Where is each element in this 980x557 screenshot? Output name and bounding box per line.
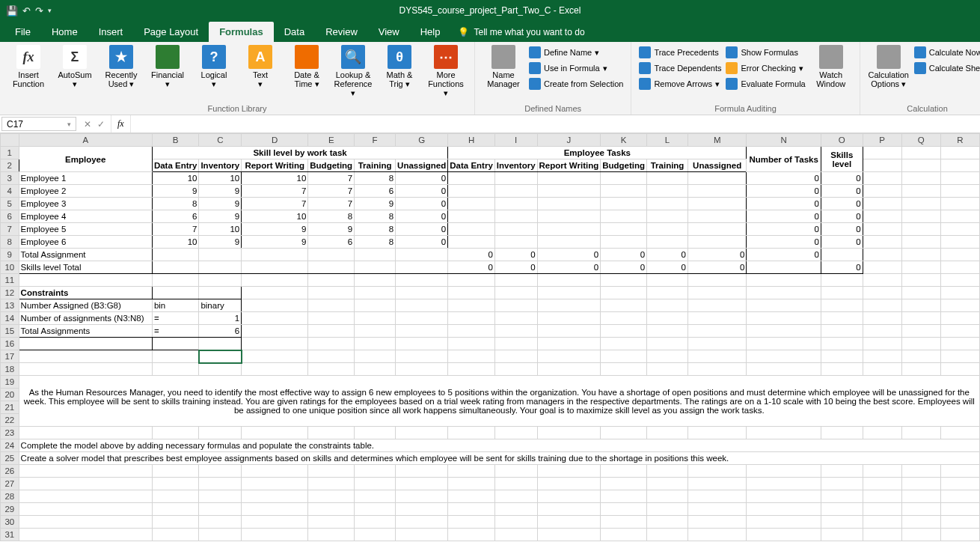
cell-I9[interactable]: 0 — [494, 249, 537, 261]
cell-Q27[interactable] — [901, 478, 940, 490]
cell-J6[interactable] — [537, 210, 601, 223]
cell-N6[interactable]: 0 — [747, 210, 821, 223]
cell-L31[interactable] — [647, 529, 688, 541]
cell-O12[interactable] — [821, 287, 863, 299]
cell-E7[interactable]: 9 — [308, 223, 355, 236]
cell-B9[interactable] — [152, 249, 199, 261]
cell-A27[interactable] — [19, 478, 152, 490]
cell-C2[interactable]: Inventory — [199, 159, 242, 172]
cell-Q29[interactable] — [901, 503, 940, 516]
show-formulas-button[interactable]: Show Formulas — [726, 45, 805, 60]
cell-B13[interactable]: bin — [152, 299, 199, 312]
cell-C12[interactable] — [199, 287, 242, 299]
cell-A29[interactable] — [19, 503, 152, 516]
cell-H23[interactable] — [448, 427, 495, 439]
cell-K30[interactable] — [601, 516, 647, 529]
cell-J3[interactable] — [537, 172, 601, 185]
cell-C7[interactable]: 10 — [199, 223, 242, 236]
row-header[interactable]: 28 — [1, 490, 19, 503]
cell-O1[interactable]: Skills level — [821, 147, 863, 172]
col-header[interactable]: E — [308, 134, 355, 147]
cell-J31[interactable] — [537, 529, 601, 541]
cell-I28[interactable] — [494, 490, 537, 503]
cell-L23[interactable] — [647, 427, 688, 439]
cell-L17[interactable] — [647, 350, 688, 363]
cell-C6[interactable]: 9 — [199, 210, 242, 223]
calculate-sheet-button[interactable]: Calculate Sheet — [914, 61, 980, 76]
cell-D28[interactable] — [242, 490, 308, 503]
recently-used-button[interactable]: ★Recently Used ▾ — [100, 45, 142, 88]
cell-G31[interactable] — [396, 529, 448, 541]
cell-N4[interactable]: 0 — [747, 185, 821, 198]
lookup-ref-button[interactable]: 🔍Lookup & Reference ▾ — [332, 45, 374, 97]
cell-C3[interactable]: 10 — [199, 172, 242, 185]
cell-D9[interactable] — [242, 249, 308, 261]
cell-O17[interactable] — [821, 350, 863, 363]
cell-J17[interactable] — [537, 350, 601, 363]
cell-C31[interactable] — [199, 529, 242, 541]
cell-Q17[interactable] — [901, 350, 940, 363]
cell-O26[interactable] — [821, 465, 863, 478]
tab-file[interactable]: File — [4, 22, 41, 42]
cell-A18[interactable] — [19, 363, 152, 376]
cell-A3[interactable]: Employee 1 — [19, 172, 152, 185]
cell-M11[interactable] — [688, 274, 747, 287]
cell-L16[interactable] — [647, 338, 688, 350]
col-header[interactable]: N — [747, 134, 821, 147]
cell-N27[interactable] — [747, 478, 821, 490]
trace-dependents-button[interactable]: Trace Dependents — [639, 61, 721, 76]
cell-L9[interactable]: 0 — [647, 249, 688, 261]
select-all-corner[interactable] — [1, 134, 19, 147]
cell-B10[interactable] — [152, 261, 199, 274]
cell-K29[interactable] — [601, 503, 647, 516]
cell-K6[interactable] — [601, 210, 647, 223]
cell-A17[interactable] — [19, 350, 152, 363]
cell-B4[interactable]: 9 — [152, 185, 199, 198]
trace-precedents-button[interactable]: Trace Precedents — [639, 45, 721, 60]
row-header[interactable]: 29 — [1, 503, 19, 516]
tab-formulas[interactable]: Formulas — [209, 22, 274, 42]
cell-M2[interactable]: Unassigned — [688, 159, 747, 172]
cell-Q18[interactable] — [901, 363, 940, 376]
col-header[interactable]: H — [448, 134, 495, 147]
cell-L12[interactable] — [647, 287, 688, 299]
cell-H28[interactable] — [448, 490, 495, 503]
cell-C13[interactable]: binary — [199, 299, 242, 312]
cell-D8[interactable]: 9 — [242, 236, 308, 249]
row-header[interactable]: 5 — [1, 198, 19, 210]
cell-Q28[interactable] — [901, 490, 940, 503]
cell-M9[interactable]: 0 — [688, 249, 747, 261]
cell-J14[interactable] — [537, 312, 601, 325]
cell-R4[interactable] — [940, 185, 979, 198]
cell-K12[interactable] — [601, 287, 647, 299]
cell-D12[interactable] — [242, 287, 308, 299]
tab-view[interactable]: View — [368, 22, 410, 42]
cell-G27[interactable] — [396, 478, 448, 490]
cell-N13[interactable] — [747, 299, 821, 312]
cell-J27[interactable] — [537, 478, 601, 490]
cell-E3[interactable]: 7 — [308, 172, 355, 185]
create-from-selection-button[interactable]: Create from Selection — [529, 76, 623, 91]
cell-L6[interactable] — [647, 210, 688, 223]
cell-D23[interactable] — [242, 427, 308, 439]
cell-Q3[interactable] — [901, 172, 940, 185]
cell-M3[interactable] — [688, 172, 747, 185]
cell-A28[interactable] — [19, 490, 152, 503]
cell-H11[interactable] — [448, 274, 495, 287]
cell-L7[interactable] — [647, 223, 688, 236]
cell-O11[interactable] — [821, 274, 863, 287]
cell-P28[interactable] — [863, 490, 901, 503]
cell-D14[interactable] — [242, 312, 308, 325]
cell-P30[interactable] — [863, 516, 901, 529]
cell-P10[interactable] — [863, 261, 901, 274]
cell-R15[interactable] — [940, 325, 979, 338]
use-in-formula-button[interactable]: Use in Formula ▾ — [529, 61, 623, 76]
cell-F23[interactable] — [355, 427, 396, 439]
cell-J18[interactable] — [537, 363, 601, 376]
cell-N3[interactable]: 0 — [747, 172, 821, 185]
cell-Q7[interactable] — [901, 223, 940, 236]
cell-D26[interactable] — [242, 465, 308, 478]
financial-button[interactable]: Financial▾ — [147, 45, 189, 88]
row-header[interactable]: 16 — [1, 338, 19, 350]
cell-L2[interactable]: Training — [647, 159, 688, 172]
